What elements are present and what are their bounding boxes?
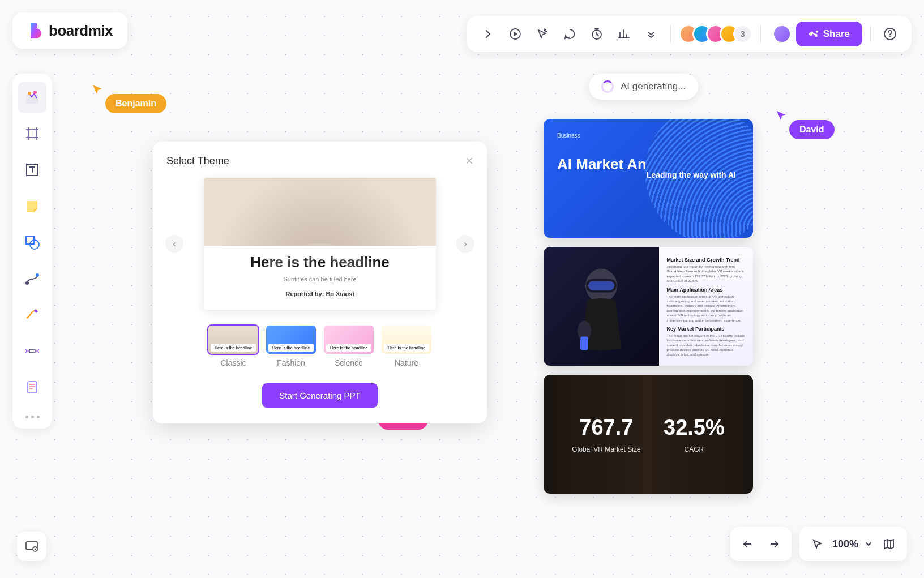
select-theme-dialog: Select Theme × ‹ Here is the headline Su… (153, 142, 487, 423)
stat-block: 32.5% CAGR (664, 416, 725, 453)
svg-rect-19 (580, 337, 588, 350)
document-tool[interactable] (18, 371, 46, 403)
slide-subtitle: Leading the way with AI (647, 170, 736, 181)
svg-rect-17 (588, 281, 614, 290)
top-toolbar: 3 Share (467, 16, 912, 52)
more-tools-icon[interactable] (18, 408, 46, 421)
brand-name: boardmix (49, 22, 113, 40)
divider (870, 25, 871, 43)
theme-thumb-classic[interactable]: Here is the headline Classic (208, 326, 258, 367)
close-icon[interactable]: × (465, 154, 473, 168)
thumb-label: Science (335, 358, 363, 367)
timer-icon[interactable] (585, 23, 608, 45)
collaborator-cursor-david: David (776, 110, 835, 139)
frame-tool[interactable] (18, 118, 46, 149)
svg-point-6 (28, 92, 31, 95)
svg-point-7 (33, 91, 37, 94)
theme-thumb-fashion[interactable]: Here is the headline Fashion (266, 326, 316, 367)
chart-icon[interactable] (613, 23, 635, 45)
theme-preview-image (204, 178, 436, 246)
section-text: According to a report by market research… (667, 264, 746, 284)
section-heading: Main Application Areas (667, 287, 746, 293)
slide-image (544, 247, 659, 366)
svg-point-12 (36, 273, 39, 277)
ai-generating-status: AI generating... (589, 74, 698, 100)
svg-rect-13 (29, 349, 35, 353)
theme-preview: Here is the headline Subtitles can be fi… (204, 178, 436, 310)
ai-status-text: AI generating... (621, 81, 686, 92)
pen-tool[interactable] (18, 299, 46, 331)
cursor-icon (92, 84, 104, 96)
avatar-overflow-count[interactable]: 3 (733, 24, 752, 44)
shape-tool[interactable] (18, 226, 46, 258)
svg-point-22 (35, 549, 36, 550)
current-user-avatar[interactable] (772, 24, 792, 44)
connector-tool[interactable] (18, 263, 46, 294)
generated-slide-3[interactable]: 767.7 Global VR Market Size 32.5% CAGR (544, 375, 753, 494)
stat-number: 32.5% (664, 416, 725, 440)
next-theme-button[interactable]: › (456, 235, 474, 253)
cursor-label: David (789, 120, 835, 139)
stat-number: 767.7 (572, 416, 640, 440)
help-button[interactable] (879, 23, 901, 45)
play-icon[interactable] (504, 23, 527, 45)
theme-thumb-science[interactable]: Here is the headline Science (324, 326, 374, 367)
stat-block: 767.7 Global VR Market Size (572, 416, 640, 453)
svg-rect-14 (28, 382, 37, 393)
thumb-label: Classic (220, 358, 246, 367)
pointer-tool[interactable] (805, 533, 830, 555)
collaborator-avatars[interactable]: 3 (679, 24, 752, 44)
comment-icon[interactable] (558, 23, 581, 45)
cursor-label: Benjamin (105, 94, 166, 113)
templates-tool[interactable] (18, 82, 46, 113)
share-button[interactable]: Share (796, 22, 862, 46)
section-text: The major market players in the VR indus… (667, 333, 746, 357)
divider (670, 25, 671, 43)
present-button[interactable] (17, 532, 46, 561)
bottom-right-controls: 100% (730, 527, 907, 561)
theme-thumb-list: Here is the headline Classic Here is the… (166, 326, 473, 367)
mindmap-tool[interactable] (18, 335, 46, 367)
generated-slide-2[interactable]: Market Size and Growth Trend According t… (544, 247, 753, 366)
generated-slide-1[interactable]: Business AI Market Analysis Leading the … (544, 119, 753, 238)
section-heading: Market Size and Growth Trend (667, 257, 746, 263)
collaborator-cursor-benjamin: Benjamin (92, 84, 166, 113)
section-heading: Key Market Participants (667, 326, 746, 332)
slide-tag: Business (557, 132, 739, 139)
thumb-label: Fashion (277, 358, 305, 367)
history-controls (730, 527, 792, 561)
tool-sidebar (12, 74, 52, 429)
divider (760, 25, 761, 43)
zoom-dropdown[interactable] (861, 533, 876, 555)
map-view-button[interactable] (876, 533, 901, 555)
stat-label: CAGR (664, 446, 725, 453)
stat-label: Global VR Market Size (572, 446, 640, 453)
start-generating-button[interactable]: Start Generating PPT (262, 383, 377, 408)
view-controls: 100% (799, 527, 907, 561)
sticky-note-tool[interactable] (18, 190, 46, 222)
brand-logo-icon (27, 22, 43, 40)
theme-thumb-nature[interactable]: Here is the headline Nature (382, 326, 431, 367)
chevron-down-icon[interactable] (640, 23, 662, 45)
cursor-icon (776, 110, 788, 122)
share-icon (808, 29, 819, 39)
cursor-click-icon[interactable] (531, 23, 554, 45)
brand-logo-card[interactable]: boardmix (12, 12, 127, 49)
zoom-level[interactable]: 100% (830, 538, 861, 550)
undo-button[interactable] (736, 533, 761, 555)
prev-theme-button[interactable]: ‹ (165, 235, 183, 253)
svg-point-2 (810, 32, 813, 35)
slide-content: Market Size and Growth Trend According t… (659, 247, 754, 366)
chevron-right-icon[interactable] (477, 23, 499, 45)
thumb-label: Nature (395, 358, 418, 367)
svg-point-11 (25, 281, 29, 285)
text-tool[interactable] (18, 154, 46, 186)
dialog-title: Select Theme (166, 155, 229, 167)
vr-person-icon (564, 258, 638, 359)
section-text: The main application areas of VR technol… (667, 294, 746, 323)
share-button-label: Share (823, 28, 850, 40)
spinner-icon (601, 80, 614, 93)
redo-button[interactable] (761, 533, 786, 555)
